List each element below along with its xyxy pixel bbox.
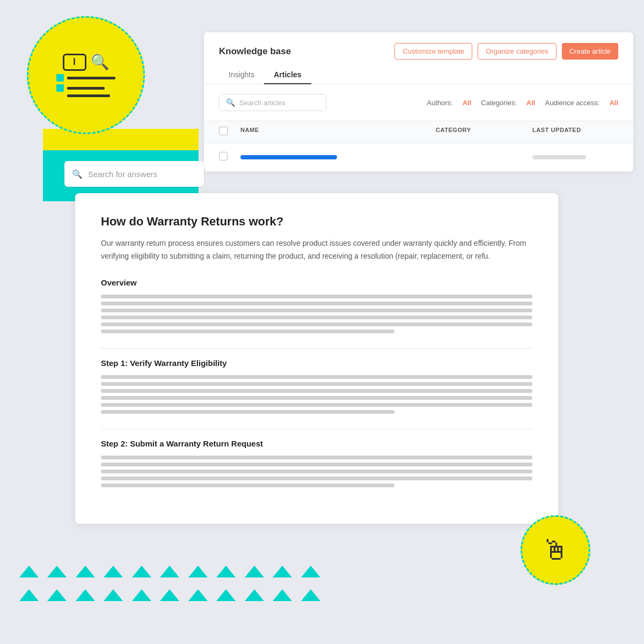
section-title-overview: Overview [101, 278, 532, 287]
content-line [101, 410, 394, 414]
illus-input-box: I [63, 54, 86, 71]
content-lines-step1 [101, 375, 532, 414]
filter-row: Authors: All Categories: All Audience ac… [427, 99, 618, 107]
triangle-dec [160, 566, 179, 577]
triangle-dec [19, 589, 39, 601]
section-divider [101, 348, 532, 349]
row-checkbox-cell [219, 152, 240, 163]
article-intro: Our warranty return process ensures cust… [101, 237, 532, 263]
triangle-dec [245, 566, 264, 577]
triangle-dec [188, 566, 208, 577]
main-panel: Knowledge base Customize template Organi… [204, 32, 633, 172]
th-last-updated: LAST UPDATED [532, 127, 618, 137]
search-articles-icon: 🔍 [226, 98, 235, 107]
triangle-dec [301, 566, 320, 577]
triangle-dec [132, 589, 151, 601]
panel-title: Knowledge base [219, 46, 291, 57]
illustration-circle: I 🔍 [27, 16, 145, 134]
row-checkbox[interactable] [219, 152, 228, 160]
triangle-dec [188, 589, 208, 601]
content-line [101, 463, 532, 466]
triangle-dec [104, 566, 123, 577]
row-name-bar [240, 155, 337, 159]
article-title: How do Warranty Returns work? [101, 215, 532, 229]
triangle-dec [160, 589, 179, 601]
organize-categories-button[interactable]: Organize categories [478, 43, 556, 60]
search-icon: 🔍 [72, 169, 83, 179]
content-line [101, 396, 532, 400]
tab-articles[interactable]: Articles [264, 66, 311, 84]
article-section-step2: Step 2: Submit a Warranty Return Request [101, 439, 532, 487]
content-line [101, 375, 532, 379]
row-name-cell [240, 155, 436, 159]
illus-lines [56, 74, 115, 97]
th-check [219, 127, 240, 137]
header-checkbox[interactable] [219, 127, 228, 135]
article-card: How do Warranty Returns work? Our warran… [75, 193, 558, 524]
content-line [101, 456, 532, 459]
content-line [101, 484, 394, 487]
triangle-dec [76, 589, 95, 601]
create-article-button[interactable]: Create article [562, 43, 618, 60]
triangle-dec [104, 589, 123, 601]
article-section-step1: Step 1: Verify Warranty Eligibility [101, 358, 532, 414]
illus-search-icon: 🔍 [91, 53, 109, 71]
tabs-bar: Insights Articles [204, 60, 633, 84]
customize-template-button[interactable]: Customize template [394, 43, 472, 60]
triangle-dec [76, 566, 95, 577]
mouse-circle-illustration: 🖱 [521, 515, 590, 585]
triangle-dec [216, 566, 236, 577]
content-line [101, 330, 394, 333]
authors-label: Authors: [427, 99, 452, 107]
content-line [101, 323, 532, 326]
triangle-dec [216, 589, 236, 601]
content-lines-overview [101, 295, 532, 333]
th-name: NAME [240, 127, 436, 137]
triangle-dec [273, 566, 292, 577]
search-bar-widget[interactable]: 🔍 Search for answers [64, 161, 204, 187]
triangle-dec [132, 566, 151, 577]
content-line [101, 295, 532, 298]
panel-search-row: 🔍 Search articles Authors: All Categorie… [204, 84, 633, 121]
content-line [101, 382, 532, 386]
content-line [101, 389, 532, 393]
triangle-dec [47, 566, 67, 577]
section-title-step1: Step 1: Verify Warranty Eligibility [101, 358, 532, 368]
table-row[interactable] [204, 143, 633, 172]
table-header: NAME CATEGORY LAST UPDATED [204, 121, 633, 143]
th-category: CATEGORY [436, 127, 532, 137]
categories-label: Categories: [481, 99, 516, 107]
content-line [101, 302, 532, 305]
search-placeholder-text: Search for answers [88, 170, 157, 179]
triangle-dec [19, 566, 39, 577]
triangle-dec [245, 589, 264, 601]
content-line [101, 477, 532, 480]
mouse-icon: 🖱 [541, 534, 569, 566]
categories-value[interactable]: All [526, 99, 536, 107]
content-line [101, 309, 532, 312]
article-section-overview: Overview [101, 278, 532, 333]
search-articles-input[interactable]: 🔍 Search articles [219, 94, 326, 111]
panel-header: Knowledge base Customize template Organi… [204, 32, 633, 60]
section-title-step2: Step 2: Submit a Warranty Return Request [101, 439, 532, 448]
audience-label: Audience access: [545, 99, 599, 107]
header-buttons: Customize template Organize categories C… [394, 43, 618, 60]
triangle-dec [301, 589, 320, 601]
authors-value[interactable]: All [463, 99, 472, 107]
row-last-cell [532, 155, 618, 159]
content-line [101, 470, 532, 473]
triangle-dec [273, 589, 292, 601]
audience-value[interactable]: All [609, 99, 618, 107]
section-divider-2 [101, 429, 532, 429]
content-line [101, 316, 532, 319]
triangle-dec [47, 589, 67, 601]
content-line [101, 403, 532, 407]
row-date-placeholder [532, 155, 586, 159]
search-articles-placeholder: Search articles [239, 99, 286, 107]
tab-insights[interactable]: Insights [219, 66, 264, 84]
content-lines-step2 [101, 456, 532, 487]
